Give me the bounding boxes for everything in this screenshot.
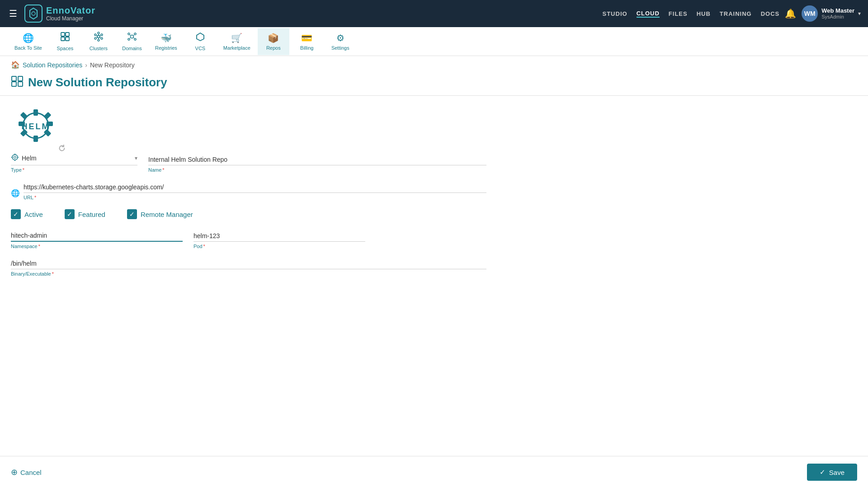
svg-rect-47	[14, 160, 15, 161]
marketplace-icon: 🛒	[231, 33, 242, 43]
svg-line-14	[99, 35, 101, 36]
featured-checkbox[interactable]: ✓	[65, 209, 75, 219]
spaces-icon	[60, 32, 70, 44]
subnav-label-domains: Domains	[122, 46, 142, 51]
url-row: 🌐 URL*	[11, 182, 486, 200]
nav-hub[interactable]: HUB	[697, 10, 711, 17]
nav-training[interactable]: TRAINING	[720, 10, 752, 17]
name-field-group: Name*	[148, 154, 486, 173]
pod-field-group: Pod*	[193, 230, 365, 249]
user-dropdown-caret: ▾	[858, 10, 861, 17]
user-role: SysAdmin	[821, 14, 854, 20]
app-name: EnnoVator	[46, 5, 95, 15]
active-checkbox-item[interactable]: ✓ Active	[11, 209, 43, 219]
subnav-label-registries: Registries	[155, 45, 177, 51]
subnav-back-to-site[interactable]: 🌐 Back To Site	[9, 28, 47, 55]
name-input[interactable]	[148, 154, 486, 165]
type-select-wrapper: Helm ▾	[11, 151, 137, 165]
active-checkbox[interactable]: ✓	[11, 209, 21, 219]
remote-manager-label: Remote Manager	[141, 211, 193, 218]
svg-line-25	[133, 35, 134, 36]
svg-point-7	[98, 32, 99, 34]
svg-marker-28	[197, 33, 204, 41]
svg-rect-49	[17, 157, 19, 158]
subnav-billing[interactable]: 💳 Billing	[291, 28, 323, 55]
svg-rect-4	[61, 37, 65, 41]
remote-manager-checkbox-item[interactable]: ✓ Remote Manager	[127, 209, 193, 219]
binary-input[interactable]	[11, 258, 486, 269]
svg-point-45	[14, 156, 16, 159]
subnav-label-marketplace: Marketplace	[223, 45, 250, 51]
namespace-label: Namespace*	[11, 244, 183, 249]
subnav-vcs[interactable]: VCS	[184, 27, 216, 56]
subnav-marketplace[interactable]: 🛒 Marketplace	[218, 28, 256, 55]
user-name: Web Master	[821, 7, 854, 14]
namespace-field-group: Namespace*	[11, 230, 183, 249]
svg-line-18	[96, 35, 98, 36]
logo-text: EnnoVator Cloud Manager	[46, 5, 95, 22]
binary-label: Binary/Executable*	[11, 271, 486, 277]
svg-point-21	[134, 33, 136, 35]
user-info: Web Master SysAdmin	[821, 7, 854, 20]
subnav-clusters[interactable]: Clusters	[83, 27, 114, 56]
url-input[interactable]	[24, 182, 486, 193]
nav-studio[interactable]: STUDIO	[603, 10, 627, 17]
binary-field-group: Binary/Executable*	[11, 258, 486, 277]
url-globe-icon: 🌐	[11, 189, 20, 197]
svg-point-22	[128, 38, 130, 40]
user-menu[interactable]: WM Web Master SysAdmin ▾	[802, 5, 861, 22]
svg-rect-2	[61, 33, 65, 36]
back-to-site-icon: 🌐	[23, 33, 34, 43]
name-label: Name*	[148, 167, 486, 173]
featured-checkbox-item[interactable]: ✓ Featured	[65, 209, 105, 219]
notifications-bell[interactable]: 🔔	[785, 8, 796, 19]
subnav-settings[interactable]: ⚙ Settings	[325, 28, 356, 55]
subnav-repos[interactable]: 📦 Repos	[258, 28, 289, 55]
nav-cloud[interactable]: CLOUD	[637, 10, 660, 18]
helm-refresh-button[interactable]	[58, 144, 66, 154]
svg-point-8	[101, 34, 103, 36]
type-label: Type*	[11, 167, 137, 173]
svg-point-1	[32, 12, 35, 15]
hamburger-menu[interactable]: ☰	[7, 6, 19, 21]
active-label: Active	[24, 211, 43, 218]
svg-line-15	[99, 38, 101, 38]
svg-line-17	[96, 38, 98, 38]
remote-manager-checkbox[interactable]: ✓	[127, 209, 137, 219]
type-dropdown-caret: ▾	[135, 155, 137, 161]
svg-line-27	[133, 38, 134, 38]
svg-point-10	[98, 39, 99, 41]
subnav-domains[interactable]: Domains	[116, 27, 148, 56]
type-select[interactable]: Helm	[22, 155, 135, 162]
nav-files[interactable]: FILES	[669, 10, 688, 17]
helm-type-icon	[11, 153, 19, 163]
pod-input[interactable]	[193, 230, 365, 242]
featured-label: Featured	[78, 211, 105, 218]
subnav-label-settings: Settings	[331, 45, 349, 51]
vcs-icon	[195, 32, 205, 44]
subnav-label-repos: Repos	[266, 45, 281, 51]
page-title-area: New Solution Repository	[0, 71, 868, 96]
checkbox-row: ✓ Active ✓ Featured ✓ Remote Manager	[11, 209, 486, 219]
svg-line-26	[130, 38, 131, 38]
binary-row: Binary/Executable*	[11, 258, 486, 277]
subnav-registries[interactable]: 🐳 Registries	[150, 28, 183, 55]
svg-point-12	[94, 34, 96, 36]
subnav-label-back: Back To Site	[14, 45, 42, 51]
nav-docs[interactable]: DOCS	[761, 10, 780, 17]
home-icon: 🏠	[11, 61, 20, 69]
settings-icon: ⚙	[336, 33, 344, 43]
svg-rect-5	[66, 37, 69, 41]
subnav-spaces[interactable]: Spaces	[49, 27, 81, 56]
main-nav: STUDIO CLOUD FILES HUB TRAINING DOCS	[603, 10, 780, 18]
breadcrumb-section[interactable]: Solution Repositories	[23, 61, 82, 69]
namespace-input[interactable]	[11, 230, 183, 242]
svg-point-44	[12, 155, 18, 160]
svg-line-24	[130, 35, 131, 36]
subnav-label-spaces: Spaces	[57, 46, 74, 51]
helm-logo-area: HELM	[11, 105, 61, 151]
logo: EnnoVator Cloud Manager	[24, 5, 95, 23]
svg-rect-3	[66, 33, 69, 36]
page-title: New Solution Repository	[28, 75, 167, 89]
subnav-label-vcs: VCS	[195, 46, 206, 51]
